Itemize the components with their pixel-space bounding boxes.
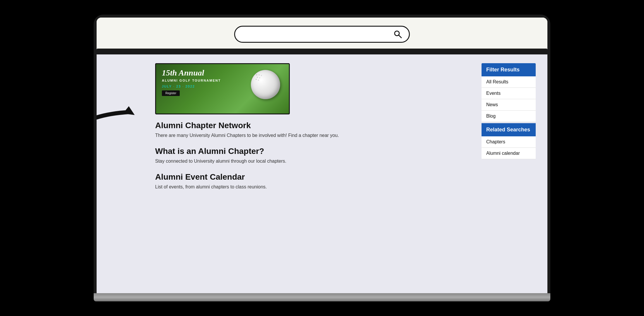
search-icon[interactable] [393,29,403,40]
nav-bar [97,49,547,54]
result-desc-3: List of events, from alumni chapters to … [155,183,473,190]
results-section: 15th Annual ALUMNI GOLF TOURNAMENT JULY … [155,63,473,284]
filter-header: Filter Results [482,63,536,76]
filter-news[interactable]: News [482,99,536,111]
filter-section: Filter Results All Results Events News B… [482,63,536,122]
result-title-1[interactable]: Alumni Chapter Network [155,121,473,130]
main-content: 15th Annual ALUMNI GOLF TOURNAMENT JULY … [97,54,547,293]
sidebar: Filter Results All Results Events News B… [482,63,536,284]
result-title-3[interactable]: Alumni Event Calendar [155,172,473,182]
tournament-text: 15th Annual ALUMNI GOLF TOURNAMENT JULY … [162,68,221,96]
register-button[interactable]: Register [162,90,180,96]
tournament-title: 15th Annual [162,68,221,78]
related-item-chapters[interactable]: Chapters [482,136,536,148]
result-item-1: Alumni Chapter Network There are many Un… [155,121,473,139]
laptop-frame: alumni chapters 15th Annual [94,15,550,301]
result-desc-2: Stay connected to University alumni thro… [155,158,473,165]
search-area: alumni chapters [97,18,547,49]
tournament-subtitle: ALUMNI GOLF TOURNAMENT [162,79,221,82]
search-bar: alumni chapters [234,26,410,43]
related-searches-header: Related Searches [482,123,536,136]
laptop-base [94,293,550,301]
related-item-alumni-calendar[interactable]: Alumni calendar [482,148,536,159]
result-item-2: What is an Alumni Chapter? Stay connecte… [155,147,473,165]
result-item-3: Alumni Event Calendar List of events, fr… [155,172,473,190]
featured-tournament-image[interactable]: 15th Annual ALUMNI GOLF TOURNAMENT JULY … [155,63,290,114]
tournament-date: JULY · 23 · 2022 [162,85,221,88]
golf-ball-image [251,70,280,99]
arrow-graphic [97,97,141,156]
laptop-screen: alumni chapters 15th Annual [97,18,547,293]
filter-events[interactable]: Events [482,88,536,99]
svg-line-1 [399,35,401,38]
result-desc-1: There are many University Alumni Chapter… [155,132,473,139]
search-input[interactable]: alumni chapters [241,30,393,39]
filter-all-results[interactable]: All Results [482,76,536,88]
filter-blog[interactable]: Blog [482,111,536,122]
result-title-2[interactable]: What is an Alumni Chapter? [155,147,473,156]
